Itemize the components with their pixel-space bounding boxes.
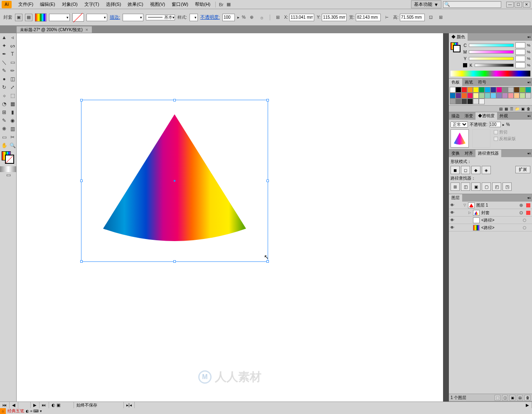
opacity-link[interactable]: 不透明度: <box>200 14 220 20</box>
layer-name[interactable]: 封套 <box>480 210 520 216</box>
h-input[interactable] <box>400 14 425 21</box>
swatch[interactable] <box>479 93 485 99</box>
scroll-right-icon[interactable]: ▶ <box>523 402 532 408</box>
new-group-icon[interactable]: 📁 <box>515 107 520 111</box>
mask-thumbnail[interactable] <box>472 129 490 148</box>
swatch[interactable] <box>467 93 473 99</box>
layer-name[interactable]: 图层 1 <box>475 202 520 208</box>
menu-view[interactable]: 视图(V) <box>147 0 169 8</box>
new-sublayer-icon[interactable]: ▣ <box>510 395 515 401</box>
y-slider[interactable] <box>469 57 514 60</box>
reference-point-icon[interactable]: ⊞ <box>274 14 282 21</box>
visibility-icon[interactable]: 👁 <box>449 218 456 222</box>
swatch[interactable] <box>461 87 467 93</box>
last-artboard-icon[interactable]: ⏭ <box>39 402 49 408</box>
eraser-tool[interactable]: ◫ <box>8 75 17 83</box>
transform-pattern-icon[interactable]: ⊞ <box>437 14 445 21</box>
zoom-tool[interactable]: 🔍 <box>8 141 17 150</box>
stroke-link[interactable]: 描边: <box>110 14 120 20</box>
expand-icon[interactable]: ▷ <box>467 211 472 214</box>
ime-label[interactable]: 经典五笔 <box>6 408 26 414</box>
first-artboard-icon[interactable]: ⏮ <box>0 402 10 408</box>
swatch[interactable] <box>520 87 525 93</box>
menu-window[interactable]: 窗口(W) <box>168 0 192 8</box>
document-tab[interactable]: 未标题-27* @ 200% (CMYK/预览) ✕ <box>17 26 92 33</box>
maximize-button[interactable]: ☐ <box>515 2 522 7</box>
symbols-tab[interactable]: 符号 <box>475 79 489 86</box>
target-icon[interactable] <box>520 211 523 214</box>
swatch[interactable] <box>496 93 502 99</box>
swatch[interactable] <box>467 99 473 104</box>
menu-edit[interactable]: 编辑(E) <box>37 0 59 8</box>
swatch[interactable] <box>508 87 514 93</box>
layer-row[interactable]: 👁 ▷ 封套 <box>449 209 532 217</box>
c-input[interactable] <box>515 42 525 48</box>
layer-name[interactable]: <路径> <box>480 217 523 223</box>
target-icon[interactable] <box>520 204 523 207</box>
close-tab-icon[interactable]: ✕ <box>85 28 89 32</box>
trans-stroke-tab[interactable]: 描边 <box>449 112 462 120</box>
direct-selection-tool[interactable]: ◃ <box>8 33 17 42</box>
symbol-sprayer-tool[interactable]: ❋ <box>0 125 8 133</box>
swatch[interactable] <box>456 87 461 93</box>
k-input[interactable] <box>515 62 525 68</box>
stroke-swatch[interactable] <box>72 13 84 22</box>
paintbrush-tool[interactable]: ✎ <box>0 67 8 75</box>
rotate-tool[interactable]: ↻ <box>0 83 8 91</box>
transparency-thumbnail[interactable] <box>451 129 469 148</box>
hand-tool[interactable]: ✋ <box>0 141 8 150</box>
next-artboard-icon[interactable]: ▶ <box>31 402 39 408</box>
menu-help[interactable]: 帮助(H) <box>192 0 214 8</box>
transform-shape-icon[interactable]: ⊡ <box>427 14 435 21</box>
edit-envelope-icon[interactable]: ▦ <box>25 14 32 21</box>
trans-transparency-tab[interactable]: ◆透明度 <box>475 112 497 120</box>
artboard-tool[interactable]: ▭ <box>0 133 8 141</box>
m-input[interactable] <box>515 49 525 55</box>
transparency-menu-icon[interactable]: ▾≡ <box>526 114 532 118</box>
free-transform-tool[interactable]: ⬚ <box>8 91 17 100</box>
artboard-nav[interactable] <box>18 402 31 408</box>
color-panel-menu-icon[interactable]: ▾≡ <box>526 35 532 39</box>
swatch[interactable] <box>473 87 479 93</box>
target-icon[interactable] <box>523 226 526 229</box>
swatch[interactable] <box>485 87 490 93</box>
fill-dropdown[interactable]: ▾ <box>49 14 70 21</box>
swatch[interactable] <box>479 87 485 93</box>
fill-stroke-control[interactable] <box>0 150 17 166</box>
ime-icons[interactable]: ◐ ≡ ⌨ ▾ <box>26 409 42 413</box>
stroke-weight-dropdown[interactable]: ▾ <box>123 14 143 21</box>
stroke-indicator[interactable] <box>5 155 14 164</box>
selection-indicator[interactable] <box>526 211 530 215</box>
pencil-tool[interactable]: ✏ <box>8 67 17 75</box>
constrain-icon[interactable]: ⊢ <box>383 14 391 21</box>
y-input[interactable] <box>515 56 525 62</box>
spectrum-bar[interactable] <box>451 71 530 76</box>
swatch[interactable] <box>502 87 508 93</box>
graph-tool[interactable]: ▥ <box>8 125 17 133</box>
layer-row[interactable]: 👁 <路径> <box>449 217 532 224</box>
status-menu-icon[interactable]: ▸|◂ <box>124 402 135 408</box>
envelope-options-icon[interactable]: ☼ <box>258 14 266 21</box>
menu-select[interactable]: 选择(S) <box>103 0 125 8</box>
swatch[interactable] <box>496 87 502 93</box>
new-swatch-icon[interactable]: ▣ <box>521 107 525 111</box>
workspace-switcher[interactable]: 基本功能 ▼ <box>411 0 441 8</box>
shape-builder-tool[interactable]: ◔ <box>0 100 8 108</box>
align-tab[interactable]: 对齐 <box>462 150 475 157</box>
color-preview[interactable] <box>451 42 461 53</box>
swatch[interactable] <box>473 93 479 99</box>
stroke-profile[interactable]: 基本▾ <box>146 15 175 20</box>
swatch[interactable] <box>479 99 485 104</box>
status-info[interactable]: ◐ ▣ <box>49 402 74 408</box>
outline-button[interactable]: ◰ <box>492 182 501 191</box>
visibility-icon[interactable]: 👁 <box>449 225 456 230</box>
x-input[interactable] <box>289 14 314 21</box>
y-input[interactable] <box>322 14 347 21</box>
swatch[interactable] <box>461 99 467 104</box>
blob-brush-tool[interactable]: ● <box>0 75 8 83</box>
swatch[interactable] <box>525 93 531 99</box>
edit-contents-icon[interactable]: ▣ <box>15 14 22 21</box>
close-button[interactable]: ✕ <box>523 2 530 7</box>
merge-button[interactable]: ▣ <box>471 182 480 191</box>
visibility-icon[interactable]: 👁 <box>449 210 456 215</box>
